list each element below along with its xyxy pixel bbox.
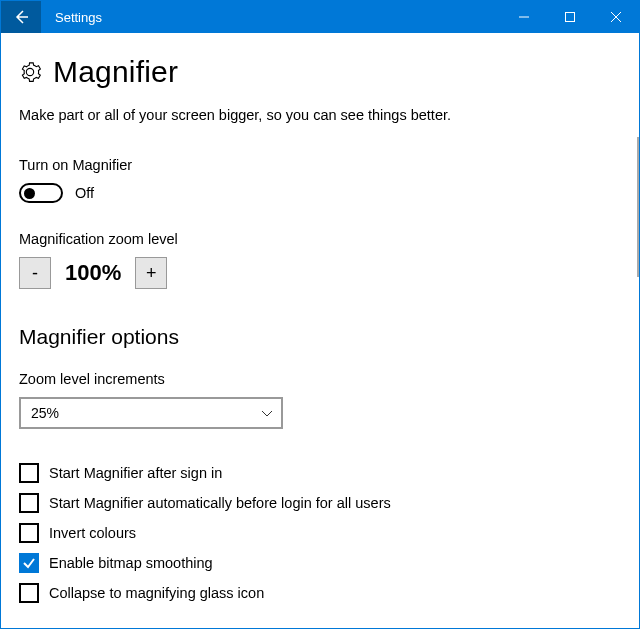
magnifier-toggle-row: Off <box>19 183 621 203</box>
checkbox-label: Start Magnifier automatically before log… <box>49 495 391 511</box>
close-button[interactable] <box>593 1 639 33</box>
checkbox[interactable] <box>19 493 39 513</box>
titlebar: Settings <box>1 1 639 33</box>
toggle-label: Turn on Magnifier <box>19 157 621 173</box>
checkbox-row: Start Magnifier after sign in <box>19 463 621 483</box>
zoom-decrease-button[interactable]: - <box>19 257 51 289</box>
increments-select[interactable]: 25% <box>19 397 283 429</box>
checkbox-row: Start Magnifier automatically before log… <box>19 493 621 513</box>
minimize-button[interactable] <box>501 1 547 33</box>
toggle-state-text: Off <box>75 185 94 201</box>
zoom-increase-button[interactable]: + <box>135 257 167 289</box>
back-button[interactable] <box>1 1 41 33</box>
checkbox[interactable] <box>19 553 39 573</box>
zoom-label: Magnification zoom level <box>19 231 621 247</box>
window-controls <box>501 1 639 33</box>
chevron-down-icon <box>261 407 273 419</box>
page-subtitle: Make part or all of your screen bigger, … <box>19 107 621 123</box>
minimize-icon <box>519 12 529 22</box>
checkbox-label: Invert colours <box>49 525 136 541</box>
increments-value: 25% <box>31 405 59 421</box>
checkbox[interactable] <box>19 523 39 543</box>
options-heading: Magnifier options <box>19 325 621 349</box>
checkbox[interactable] <box>19 463 39 483</box>
page-header: Magnifier <box>19 55 621 89</box>
checkbox-row: Invert colours <box>19 523 621 543</box>
svg-rect-0 <box>566 13 575 22</box>
window-title: Settings <box>55 10 102 25</box>
close-icon <box>611 12 621 22</box>
toggle-knob <box>24 188 35 199</box>
magnifier-toggle[interactable] <box>19 183 63 203</box>
checkbox[interactable] <box>19 583 39 603</box>
page-title: Magnifier <box>53 55 178 89</box>
arrow-left-icon <box>13 9 29 25</box>
checkbox-row: Enable bitmap smoothing <box>19 553 621 573</box>
scrollbar[interactable] <box>637 137 639 277</box>
check-icon <box>22 556 36 570</box>
maximize-icon <box>565 12 575 22</box>
zoom-control: - 100% + <box>19 257 621 289</box>
content-area: Magnifier Make part or all of your scree… <box>1 33 639 628</box>
zoom-value: 100% <box>51 260 135 286</box>
maximize-button[interactable] <box>547 1 593 33</box>
checkbox-label: Collapse to magnifying glass icon <box>49 585 264 601</box>
checkbox-list: Start Magnifier after sign inStart Magni… <box>19 463 621 603</box>
checkbox-label: Enable bitmap smoothing <box>49 555 213 571</box>
checkbox-row: Collapse to magnifying glass icon <box>19 583 621 603</box>
increments-label: Zoom level increments <box>19 371 621 387</box>
gear-icon <box>19 61 41 83</box>
checkbox-label: Start Magnifier after sign in <box>49 465 222 481</box>
